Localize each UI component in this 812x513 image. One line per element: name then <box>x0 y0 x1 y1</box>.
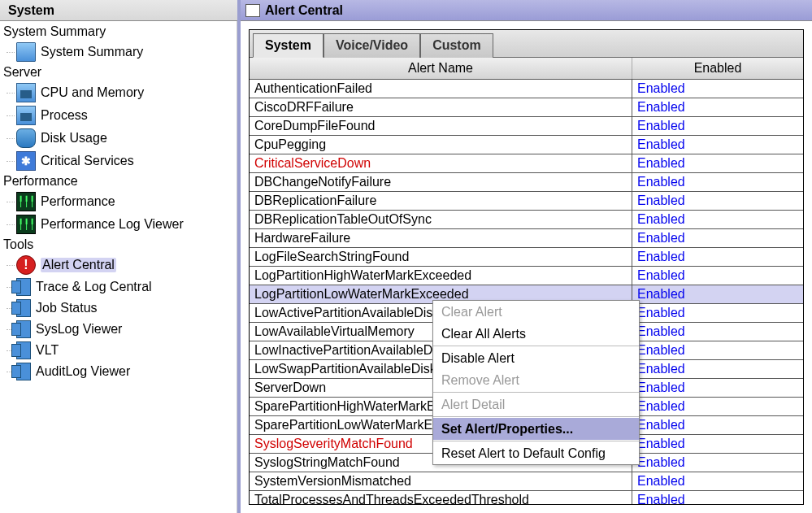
tree-item[interactable]: ╿╿╿Performance Log Viewer <box>16 213 237 236</box>
table-row[interactable]: CiscoDRFFailureEnabled <box>250 98 803 117</box>
alert-table-container: SystemVoice/VideoCustom Alert Name Enabl… <box>249 29 804 505</box>
tree-item[interactable]: Job Status <box>16 298 237 319</box>
table-row[interactable]: TotalProcessesAndThreadsExceededThreshol… <box>250 491 803 504</box>
tab-system[interactable]: System <box>253 33 323 58</box>
cell-enabled: Enabled <box>632 248 803 266</box>
cell-enabled: Enabled <box>632 117 803 135</box>
cell-enabled: Enabled <box>632 398 803 415</box>
cell-enabled: Enabled <box>632 416 803 434</box>
tree-item[interactable]: Process <box>16 104 237 127</box>
column-header-name[interactable]: Alert Name <box>250 58 632 79</box>
alert-icon: ! <box>16 255 36 275</box>
table-row[interactable]: DBReplicationTableOutOfSyncEnabled <box>250 211 803 229</box>
table-row[interactable]: CoreDumpFileFoundEnabled <box>250 117 803 136</box>
perf-icon: ╿╿╿ <box>16 215 36 234</box>
tree-item[interactable]: ╿╿╿Performance <box>16 190 237 213</box>
tree-group-label[interactable]: Server <box>0 63 237 81</box>
tree-item[interactable]: CPU and Memory <box>16 81 237 104</box>
menu-separator <box>433 416 639 417</box>
window-title: Alert Central <box>265 3 343 18</box>
table-row[interactable]: LogFileSearchStringFoundEnabled <box>250 248 803 267</box>
alert-table: Alert Name Enabled AuthenticationFailedE… <box>250 58 803 504</box>
cell-enabled: Enabled <box>632 491 803 504</box>
menu-item[interactable]: Disable Alert <box>433 347 639 369</box>
tree-group-label[interactable]: Tools <box>0 236 237 254</box>
tree-item[interactable]: Disk Usage <box>16 127 237 150</box>
window-icon <box>245 4 260 17</box>
tree-item[interactable]: AuditLog Viewer <box>16 361 237 382</box>
cell-alert-name: DBChangeNotifyFailure <box>250 173 632 191</box>
tree-item-label: VLT <box>36 343 59 358</box>
tree-group-label[interactable]: Performance <box>0 172 237 190</box>
cell-alert-name: HardwareFailure <box>250 229 632 247</box>
tree-item[interactable]: !Alert Central <box>16 254 237 276</box>
menu-item: Alert Detail <box>433 393 639 415</box>
cell-alert-name: LogFileSearchStringFound <box>250 248 632 266</box>
sidebar: System System SummarySystem SummaryServe… <box>0 0 241 513</box>
cell-enabled: Enabled <box>632 323 803 341</box>
menu-item[interactable]: Set Alert/Properties... <box>433 418 639 440</box>
menu-separator <box>433 392 639 393</box>
tree-item-label: System Summary <box>41 45 143 59</box>
tree-item-label: AuditLog Viewer <box>36 364 130 379</box>
tab-custom[interactable]: Custom <box>420 33 493 58</box>
cell-enabled: Enabled <box>632 229 803 247</box>
tree-item[interactable]: VLT <box>16 340 237 361</box>
cell-enabled: Enabled <box>632 173 803 191</box>
cell-enabled: Enabled <box>632 98 803 116</box>
table-row[interactable]: HardwareFailureEnabled <box>250 229 803 248</box>
menu-item: Clear Alert <box>433 301 639 323</box>
cell-alert-name: LogPartitionHighWaterMarkExceeded <box>250 267 632 285</box>
tree-group-label[interactable]: System Summary <box>0 23 237 41</box>
docblue-icon <box>16 341 31 359</box>
table-row[interactable]: LogPartitionHighWaterMarkExceededEnabled <box>250 267 803 285</box>
cell-alert-name: CriticalServiceDown <box>250 154 632 172</box>
tree-item[interactable]: System Summary <box>16 41 237 63</box>
menu-separator <box>433 346 639 346</box>
cell-enabled: Enabled <box>632 285 803 303</box>
content-area: SystemVoice/VideoCustom Alert Name Enabl… <box>241 21 812 513</box>
table-row[interactable]: CpuPeggingEnabled <box>250 136 803 154</box>
tab-voice-video[interactable]: Voice/Video <box>323 33 420 58</box>
table-row[interactable]: CriticalServiceDownEnabled <box>250 154 803 173</box>
tree-item[interactable]: ✱Critical Services <box>16 150 237 172</box>
table-row[interactable]: AuthenticationFailedEnabled <box>250 80 803 98</box>
tree-item-label: Job Status <box>36 301 98 315</box>
menu-item[interactable]: Reset Alert to Default Config <box>433 442 639 464</box>
tree-item-label: CPU and Memory <box>41 85 144 100</box>
tab-bar: SystemVoice/VideoCustom <box>250 30 803 58</box>
table-header: Alert Name Enabled <box>250 58 803 80</box>
cell-enabled: Enabled <box>632 154 803 172</box>
cell-enabled: Enabled <box>632 341 803 359</box>
cell-alert-name: CoreDumpFileFound <box>250 117 632 135</box>
table-row[interactable]: DBReplicationFailureEnabled <box>250 192 803 211</box>
cell-alert-name: SystemVersionMismatched <box>250 472 632 490</box>
menu-separator <box>433 441 639 441</box>
cell-alert-name: TotalProcessesAndThreadsExceededThreshol… <box>250 491 632 504</box>
sidebar-title: System <box>0 0 237 21</box>
tree-item-label: Critical Services <box>41 154 134 168</box>
cell-enabled: Enabled <box>632 80 803 98</box>
table-row[interactable]: SystemVersionMismatchedEnabled <box>250 472 803 491</box>
tree-item[interactable]: Trace & Log Central <box>16 276 237 298</box>
column-header-enabled[interactable]: Enabled <box>632 58 803 79</box>
cell-enabled: Enabled <box>632 379 803 397</box>
main-panel: Alert Central SystemVoice/VideoCustom Al… <box>241 0 812 513</box>
window-titlebar: Alert Central <box>241 0 812 21</box>
table-row[interactable]: DBChangeNotifyFailureEnabled <box>250 173 803 192</box>
tree-item-label: Trace & Log Central <box>36 280 152 294</box>
docblue-icon <box>16 299 31 317</box>
cell-alert-name: DBReplicationTableOutOfSync <box>250 211 632 228</box>
menu-item[interactable]: Clear All Alerts <box>433 323 639 345</box>
cell-alert-name: CiscoDRFFailure <box>250 98 632 116</box>
context-menu: Clear AlertClear All AlertsDisable Alert… <box>432 300 640 465</box>
cell-alert-name: DBReplicationFailure <box>250 192 632 210</box>
tree-item-label: Disk Usage <box>41 131 107 146</box>
docblue-icon <box>16 320 31 338</box>
cell-enabled: Enabled <box>632 360 803 378</box>
monitor-icon <box>16 106 36 125</box>
monitor-icon <box>16 83 36 102</box>
tree-item[interactable]: SysLog Viewer <box>16 319 237 340</box>
desktop-icon <box>16 42 36 62</box>
menu-item: Remove Alert <box>433 369 639 391</box>
